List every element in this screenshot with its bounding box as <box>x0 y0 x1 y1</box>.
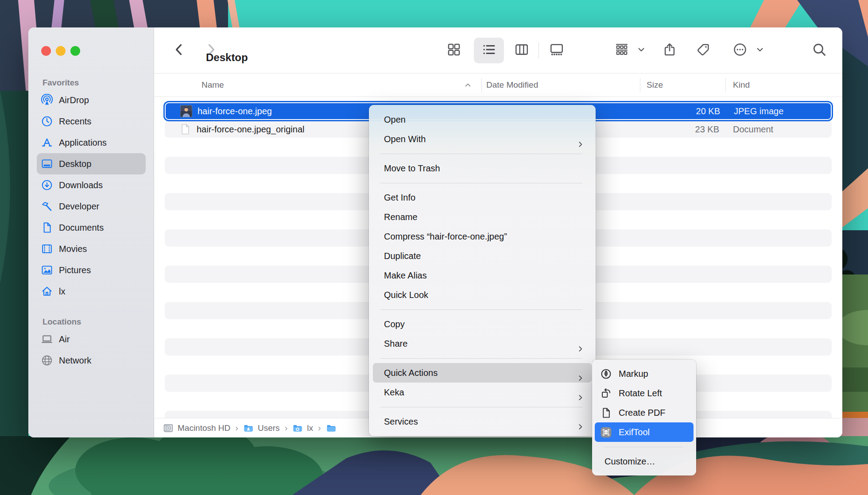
file-size: 23 KB <box>646 120 719 138</box>
list-view-button[interactable] <box>476 38 502 63</box>
zoom-button[interactable] <box>70 46 80 56</box>
picture-icon <box>41 264 53 276</box>
sidebar-item-network[interactable]: Network <box>37 350 146 371</box>
sidebar-item-pictures[interactable]: Pictures <box>37 259 146 281</box>
sidebar-section-title: Locations <box>28 315 154 329</box>
menu-item-label: Get Info <box>384 193 415 202</box>
list-view-icon <box>481 42 496 59</box>
laptop-icon <box>41 333 53 345</box>
menu-item-share[interactable]: Share <box>373 334 592 353</box>
chevron-down-icon <box>637 45 646 56</box>
exiftool-icon <box>600 426 612 438</box>
column-view-button[interactable] <box>509 38 535 63</box>
group-icon <box>614 42 629 59</box>
icon-view-button[interactable] <box>441 38 467 63</box>
column-divider[interactable] <box>725 78 726 93</box>
breadcrumb-label: Users <box>258 423 280 433</box>
close-button[interactable] <box>41 46 51 56</box>
column-divider[interactable] <box>481 78 482 93</box>
column-header-size[interactable]: Size <box>647 73 663 97</box>
share-button[interactable] <box>657 38 682 63</box>
menu-item-label: Compress “hair-force-one.jpeg” <box>384 232 507 241</box>
menu-item-services[interactable]: Services <box>373 412 592 431</box>
menu-item-quick-actions[interactable]: Quick Actions <box>373 363 592 383</box>
sidebar-item-label: Pictures <box>59 265 91 275</box>
menu-item-label: Copy <box>384 319 405 329</box>
breadcrumb-item-macintosh-hd[interactable]: Macintosh HD <box>163 423 230 433</box>
quick-action-rotate-left[interactable]: Rotate Left <box>595 383 694 403</box>
minimize-button[interactable] <box>56 46 66 56</box>
menu-item-rename[interactable]: Rename <box>373 207 592 227</box>
breadcrumb-item-item[interactable] <box>326 423 341 433</box>
menu-item-label: Move to Trash <box>384 163 440 173</box>
file-kind: Document <box>733 120 773 138</box>
column-divider[interactable] <box>640 78 640 93</box>
sidebar-item-label: Network <box>59 356 91 366</box>
tag-icon <box>696 42 711 59</box>
disk-icon <box>163 423 174 433</box>
sidebar-item-label: Recents <box>59 116 91 127</box>
menu-item-label: Keka <box>384 387 404 397</box>
quick-action-customize[interactable]: Customize… <box>595 452 694 471</box>
back-button[interactable] <box>167 38 192 63</box>
submenu-chevron-icon <box>577 369 584 377</box>
search-button[interactable] <box>806 38 832 63</box>
menu-item-get-info[interactable]: Get Info <box>373 188 592 207</box>
column-header-name[interactable]: Name <box>202 73 224 97</box>
quick-actions-submenu: MarkupRotate LeftCreate PDFExifToolCusto… <box>592 360 696 476</box>
menu-item-make-alias[interactable]: Make Alias <box>373 266 592 285</box>
menu-item-label: Rotate Left <box>619 388 662 398</box>
appstore-icon <box>41 136 53 149</box>
menu-item-duplicate[interactable]: Duplicate <box>373 246 592 266</box>
desktop: FavoritesAirDropRecentsApplicationsDeskt… <box>0 0 868 495</box>
menu-item-label: Duplicate <box>384 251 421 261</box>
more-dropdown[interactable] <box>747 38 773 63</box>
sidebar-item-recents[interactable]: Recents <box>37 111 146 132</box>
icon-view-icon <box>446 42 461 59</box>
quick-action-exiftool[interactable]: ExifTool <box>595 422 694 442</box>
breadcrumb-item-users[interactable]: Users <box>243 423 280 433</box>
menu-item-label: Open <box>384 115 406 124</box>
sidebar-item-air[interactable]: Air <box>37 329 146 350</box>
markup-icon <box>600 368 612 380</box>
sidebar-item-lx[interactable]: lx <box>37 281 146 302</box>
menu-item-compress-hair-force-one-jpeg[interactable]: Compress “hair-force-one.jpeg” <box>373 227 592 246</box>
menu-item-label: ExifTool <box>619 427 650 437</box>
rotate-left-icon <box>600 387 612 399</box>
quick-action-create-pdf[interactable]: Create PDF <box>595 403 694 422</box>
chevron-down-icon <box>756 45 764 56</box>
breadcrumb-label: Macintosh HD <box>178 423 230 433</box>
gallery-view-button[interactable] <box>544 38 570 63</box>
film-icon <box>41 243 53 255</box>
sidebar-item-applications[interactable]: Applications <box>37 132 146 153</box>
column-header-kind[interactable]: Kind <box>733 73 750 97</box>
group-dropdown[interactable] <box>628 38 654 63</box>
menu-item-copy[interactable]: Copy <box>373 314 592 334</box>
column-view-icon <box>514 42 529 59</box>
menu-item-keka[interactable]: Keka <box>373 383 592 402</box>
breadcrumb-separator: › <box>318 423 321 433</box>
sidebar-item-movies[interactable]: Movies <box>37 238 146 259</box>
sidebar-item-downloads[interactable]: Downloads <box>37 174 146 196</box>
column-header-date-modified[interactable]: Date Modified <box>486 73 538 97</box>
menu-item-label: Create PDF <box>619 408 666 418</box>
gallery-view-icon <box>549 42 564 59</box>
menu-item-quick-look[interactable]: Quick Look <box>373 285 592 305</box>
menu-item-open-with[interactable]: Open With <box>373 129 592 149</box>
sidebar-item-documents[interactable]: Documents <box>37 217 146 238</box>
toolbar: Desktop <box>154 27 842 73</box>
breadcrumb-item-lx[interactable]: lx <box>292 423 313 433</box>
sidebar-item-developer[interactable]: Developer <box>37 196 146 217</box>
list-header: Name Date Modified Size Kind <box>154 73 842 97</box>
menu-item-open[interactable]: Open <box>373 110 592 129</box>
sidebar: FavoritesAirDropRecentsApplicationsDeskt… <box>28 27 154 437</box>
quick-action-markup[interactable]: Markup <box>595 364 694 383</box>
menu-separator <box>369 353 596 363</box>
sidebar-item-desktop[interactable]: Desktop <box>37 153 146 174</box>
sidebar-item-label: Movies <box>59 244 87 254</box>
sidebar-item-airdrop[interactable]: AirDrop <box>37 89 146 111</box>
menu-item-move-to-trash[interactable]: Move to Trash <box>373 159 592 178</box>
home-icon <box>41 285 53 298</box>
tags-button[interactable] <box>690 38 716 63</box>
sidebar-section-title: Favorites <box>28 76 154 89</box>
